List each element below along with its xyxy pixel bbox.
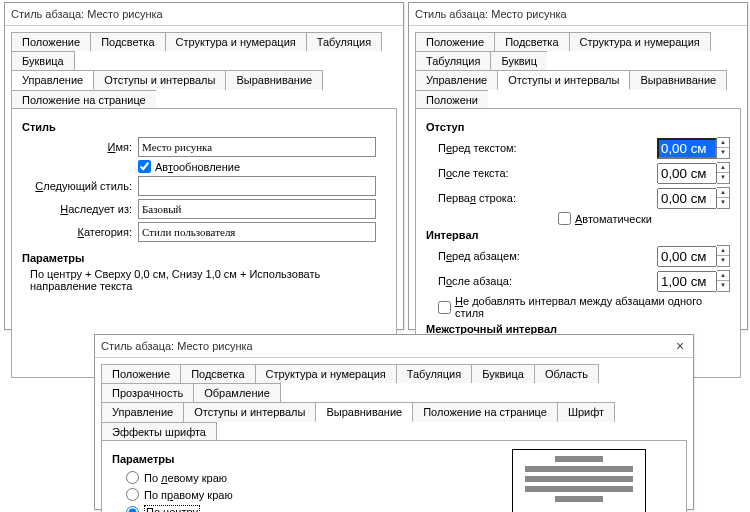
tabs: Положение Подсветка Структура и нумераци… [409, 26, 747, 109]
titlebar: Стиль абзаца: Место рисунка × [95, 335, 693, 358]
tab-fonteffects[interactable]: Эффекты шрифта [101, 422, 217, 441]
radio-align-left[interactable]: По левому краю [112, 469, 512, 486]
section-parameters: Параметры [22, 252, 386, 264]
tab-tabs[interactable]: Табуляция [306, 32, 382, 51]
tab-outline[interactable]: Структура и нумерация [569, 32, 711, 51]
label-first-line: Первая строка: [426, 192, 558, 204]
tab-outline[interactable]: Структура и нумерация [165, 32, 307, 51]
label-name: ИИмя:мя: [22, 141, 138, 153]
label-before-para: Перед абзацем: [426, 250, 558, 262]
tab-position[interactable]: Положение [101, 364, 181, 383]
dialog-style-management: Стиль абзаца: Место рисунка Положение По… [4, 2, 404, 330]
close-button[interactable]: × [667, 336, 693, 356]
tab-alignment[interactable]: Выравнивание [225, 70, 323, 90]
tab-dropcap[interactable]: Буквица [471, 364, 535, 383]
checkbox-no-space-same-style[interactable]: Не добавлять интервал между абзацами одн… [426, 295, 730, 319]
parameters-text: По центру + Сверху 0,0 см, Снизу 1,0 см … [22, 268, 386, 292]
titlebar: Стиль абзаца: Место рисунка [5, 3, 403, 26]
tab-indents[interactable]: Отступы и интервалы [93, 70, 226, 90]
dialog-style-alignment: Стиль абзаца: Место рисунка × Положение … [94, 334, 694, 510]
tab-highlight[interactable]: Подсветка [90, 32, 165, 51]
tab-outline[interactable]: Структура и нумерация [255, 364, 397, 383]
tab-dropcap[interactable]: Буквиц [490, 51, 547, 70]
spin-after-text[interactable]: ▲▼ [657, 162, 730, 184]
tab-indents[interactable]: Отступы и интервалы [183, 402, 316, 422]
tab-pageposition[interactable]: Положени [415, 90, 488, 109]
select-category[interactable] [138, 222, 376, 242]
select-inherit[interactable] [138, 199, 376, 219]
tab-tabs[interactable]: Табуляция [415, 51, 491, 70]
titlebar: Стиль абзаца: Место рисунка [409, 3, 747, 26]
dialog-style-indents: Стиль абзаца: Место рисунка Положение По… [408, 2, 748, 330]
label-nextstyle: Следующий стиль: [22, 180, 138, 192]
input-name[interactable] [138, 137, 376, 157]
tab-borders[interactable]: Обрамление [193, 383, 281, 402]
spin-before-text[interactable]: ▲▼ [657, 137, 730, 159]
title: Стиль абзаца: Место рисунка [101, 335, 253, 357]
tab-tabs[interactable]: Табуляция [396, 364, 472, 383]
tab-indents[interactable]: Отступы и интервалы [497, 70, 630, 90]
spin-before-para[interactable]: ▲▼ [657, 245, 730, 267]
panel-alignment: Параметры По левому краю По правому краю… [101, 440, 687, 512]
tab-pageposition[interactable]: Положение на странице [412, 402, 558, 422]
title: Стиль абзаца: Место рисунка [415, 3, 567, 25]
tab-dropcap[interactable]: Буквица [11, 51, 75, 70]
tabs: Положение Подсветка Структура и нумераци… [95, 358, 693, 441]
tab-position[interactable]: Положение [415, 32, 495, 51]
tab-position[interactable]: Положение [11, 32, 91, 51]
tabs: Положение Подсветка Структура и нумераци… [5, 26, 403, 109]
spin-after-para[interactable]: ▲▼ [657, 270, 730, 292]
tab-pageposition[interactable]: Положение на странице [11, 90, 156, 109]
section-style: Стиль [22, 121, 386, 133]
label-after-text: После текста: [426, 167, 558, 179]
radio-align-center[interactable]: По центру [112, 503, 512, 512]
title: Стиль абзаца: Место рисунка [11, 3, 163, 25]
label-inherit: Наследует из: [22, 203, 138, 215]
tab-transparency[interactable]: Прозрачность [101, 383, 194, 402]
tab-alignment[interactable]: Выравнивание [629, 70, 727, 90]
section-parameters: Параметры [112, 453, 512, 465]
tab-highlight[interactable]: Подсветка [180, 364, 255, 383]
tab-organizer[interactable]: Управление [11, 70, 94, 90]
alignment-preview [512, 449, 646, 512]
tab-alignment[interactable]: Выравнивание [315, 402, 413, 422]
tab-font[interactable]: Шрифт [557, 402, 615, 422]
label-after-para: После абзаца: [426, 275, 558, 287]
tab-organizer[interactable]: Управление [101, 402, 184, 422]
label-category: Категория: [22, 226, 138, 238]
label-before-text: Перед текстом: [426, 142, 558, 154]
checkbox-auto-indent[interactable]: Автоматически [558, 212, 652, 225]
select-nextstyle[interactable] [138, 176, 376, 196]
checkbox-autoupdate[interactable]: Автообновление Автообновление [138, 160, 240, 173]
tab-organizer[interactable]: Управление [415, 70, 498, 90]
tab-highlight[interactable]: Подсветка [494, 32, 569, 51]
section-interval: Интервал [426, 229, 730, 241]
spin-first-line[interactable]: ▲▼ [657, 187, 730, 209]
radio-align-right[interactable]: По правому краю [112, 486, 512, 503]
section-indent: Отступ [426, 121, 730, 133]
tab-area[interactable]: Область [534, 364, 599, 383]
